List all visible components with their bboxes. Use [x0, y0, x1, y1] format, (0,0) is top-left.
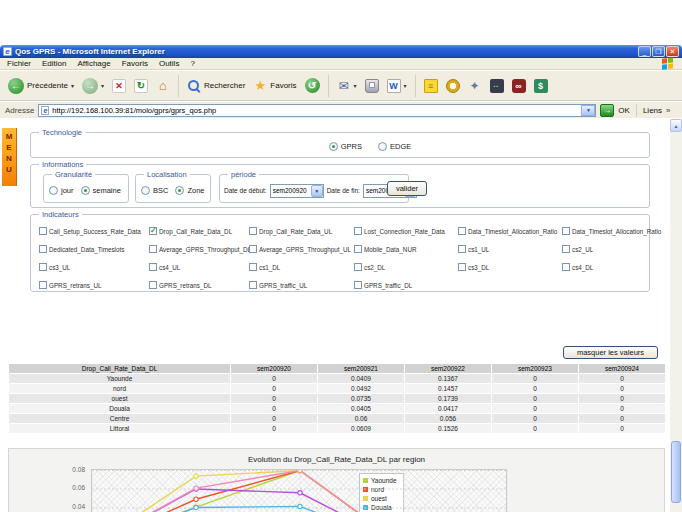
- value-cell: 0: [579, 414, 666, 424]
- checkbox-label: Average_GPRS_Throughput_UL: [259, 246, 351, 253]
- history-button[interactable]: [302, 77, 323, 94]
- menu-item-5[interactable]: ?: [190, 59, 194, 68]
- radio-jour[interactable]: jour: [49, 186, 74, 195]
- print-button[interactable]: [362, 78, 382, 94]
- chevron-down-icon[interactable]: ▾: [354, 82, 357, 89]
- value-cell: 0.0735: [318, 394, 405, 404]
- checkbox-average_gprs_throughput_ul[interactable]: Average_GPRS_Throughput_UL: [249, 245, 354, 253]
- checkbox-cs4_dl[interactable]: cs4_DL: [562, 263, 654, 271]
- search-button[interactable]: Rechercher: [184, 78, 248, 94]
- value-cell: 0: [231, 414, 318, 424]
- date-debut-select[interactable]: sem200920 ▼: [270, 184, 324, 198]
- menu-tab[interactable]: M E N U: [2, 128, 17, 186]
- address-input[interactable]: e http://192.168.100.39:81/molo/gprs/gpr…: [38, 104, 596, 117]
- favorites-button[interactable]: Favoris: [250, 78, 299, 94]
- checkbox-icon: [562, 263, 570, 271]
- checkbox-label: Drop_Call_Rate_Data_DL: [159, 228, 232, 235]
- value-cell: 0.1367: [405, 374, 492, 384]
- chevron-down-icon[interactable]: ▾: [404, 82, 407, 89]
- checkbox-label: cs2_DL: [364, 264, 385, 271]
- edit-word-button[interactable]: ▾: [384, 78, 410, 94]
- y-axis-label: 0.08: [43, 466, 85, 473]
- checkbox-lost_connection_rate_data[interactable]: Lost_Connection_Rate_Data: [354, 227, 458, 235]
- checkbox-data_timeslot_allocation_ratio[interactable]: Data_Timeslot_Allocation_Ratio: [562, 227, 654, 235]
- menu-item-4[interactable]: Outils: [159, 59, 179, 68]
- menu-item-2[interactable]: Affichage: [77, 59, 110, 68]
- binoculars-icon: [512, 79, 526, 93]
- vertical-scrollbar[interactable]: ▲: [670, 119, 682, 512]
- scroll-up-button[interactable]: ▲: [670, 119, 682, 132]
- checkbox-drop_call_rate_data_dl[interactable]: Drop_Call_Rate_Data_DL: [149, 227, 249, 235]
- ie-page-icon: e: [41, 106, 49, 115]
- links-label[interactable]: Liens: [643, 106, 662, 115]
- radio-edge[interactable]: EDGE: [378, 142, 411, 151]
- radio-zone[interactable]: Zone: [175, 186, 204, 195]
- refresh-button[interactable]: [131, 78, 151, 94]
- value-cell: 0: [579, 404, 666, 414]
- messenger-button[interactable]: [487, 78, 507, 94]
- checkbox-icon: [458, 227, 466, 235]
- binoculars-button[interactable]: [509, 78, 529, 94]
- scrollbar-thumb[interactable]: [671, 441, 681, 503]
- checkbox-dedicated_data_timeslots[interactable]: Dedicated_Data_Timeslots: [39, 245, 149, 253]
- chart-lines: [92, 470, 508, 512]
- radio-icon: [329, 142, 338, 151]
- radio-bsc[interactable]: BSC: [141, 186, 168, 195]
- checkbox-mobile_data_nur[interactable]: Mobile_Data_NUR: [354, 245, 458, 253]
- home-button[interactable]: [153, 78, 173, 94]
- checkbox-icon: [354, 245, 362, 253]
- address-dropdown-button[interactable]: ▼: [581, 105, 595, 116]
- minimize-button[interactable]: _: [638, 46, 651, 57]
- compass-button[interactable]: [465, 78, 485, 94]
- clock-button[interactable]: [443, 78, 463, 94]
- menu-tab-label: M E N U: [6, 132, 13, 174]
- checkbox-cs4_ul[interactable]: cs4_UL: [149, 263, 249, 271]
- masquer-valeurs-button[interactable]: masquer les valeurs: [563, 346, 658, 359]
- stop-button[interactable]: [109, 78, 129, 94]
- checkbox-gprs_traffic_ul[interactable]: GPRS_traffic_UL: [249, 281, 354, 289]
- forward-button[interactable]: ▾: [79, 77, 107, 95]
- checkbox-label: Average_GPRS_Throughput_DL: [159, 246, 251, 253]
- checkbox-cs1_ul[interactable]: cs1_UL: [458, 245, 562, 253]
- radio-gprs[interactable]: GPRS: [329, 142, 362, 151]
- checkbox-gprs_traffic_dl[interactable]: GPRS_traffic_DL: [354, 281, 458, 289]
- checkbox-cs3_ul[interactable]: cs3_UL: [39, 263, 149, 271]
- menu-item-3[interactable]: Favoris: [122, 59, 148, 68]
- forward-icon: [82, 78, 98, 94]
- links-chevron-icon[interactable]: »: [666, 106, 670, 115]
- chevron-down-icon[interactable]: ▾: [71, 82, 74, 89]
- checkbox-cs2_ul[interactable]: cs2_UL: [562, 245, 654, 253]
- go-button[interactable]: →: [600, 104, 614, 117]
- checkbox-label: cs3_UL: [49, 264, 70, 271]
- chevron-down-icon[interactable]: ▾: [101, 82, 104, 89]
- money-button[interactable]: [531, 78, 551, 94]
- checkbox-gprs_retrans_ul[interactable]: GPRS_retrans_UL: [39, 281, 149, 289]
- close-button[interactable]: ✕: [666, 46, 679, 57]
- value-cell: 0.0609: [318, 424, 405, 434]
- toolbar-button-label: Rechercher: [204, 81, 245, 90]
- checkbox-data_timeslot_allocation_ratio[interactable]: Data_Timeslot_Allocation_Ratio: [458, 227, 562, 235]
- checkbox-icon: [249, 263, 257, 271]
- checkbox-drop_call_rate_data_ul[interactable]: Drop_Call_Rate_Data_UL: [249, 227, 354, 235]
- notes-button[interactable]: [421, 78, 441, 94]
- radio-semaine[interactable]: semaine: [81, 186, 121, 195]
- table-header-cell: sem200923: [492, 364, 579, 374]
- value-cell: 0.06: [318, 414, 405, 424]
- menu-item-1[interactable]: Edition: [42, 59, 66, 68]
- checkbox-label: GPRS_traffic_UL: [259, 282, 307, 289]
- checkbox-cs3_dl[interactable]: cs3_DL: [458, 263, 562, 271]
- checkbox-cs1_dl[interactable]: cs1_DL: [249, 263, 354, 271]
- checkbox-gprs_retrans_dl[interactable]: GPRS_retrans_DL: [149, 281, 249, 289]
- checkbox-cs2_dl[interactable]: cs2_DL: [354, 263, 458, 271]
- valider-button[interactable]: valider: [387, 181, 427, 196]
- maximize-button[interactable]: ❐: [652, 46, 665, 57]
- checkbox-icon: [562, 245, 570, 253]
- chevron-down-icon[interactable]: ▼: [311, 185, 323, 197]
- mail-button[interactable]: ▾: [334, 78, 360, 94]
- checkbox-icon: [249, 281, 257, 289]
- checkbox-average_gprs_throughput_dl[interactable]: Average_GPRS_Throughput_DL: [149, 245, 249, 253]
- checkbox-label: cs4_UL: [159, 264, 180, 271]
- menu-item-0[interactable]: Fichier: [7, 59, 31, 68]
- checkbox-call_setup_success_rate_data[interactable]: Call_Setup_Success_Rate_Data: [39, 227, 149, 235]
- back-button[interactable]: Précédente▾: [5, 77, 77, 95]
